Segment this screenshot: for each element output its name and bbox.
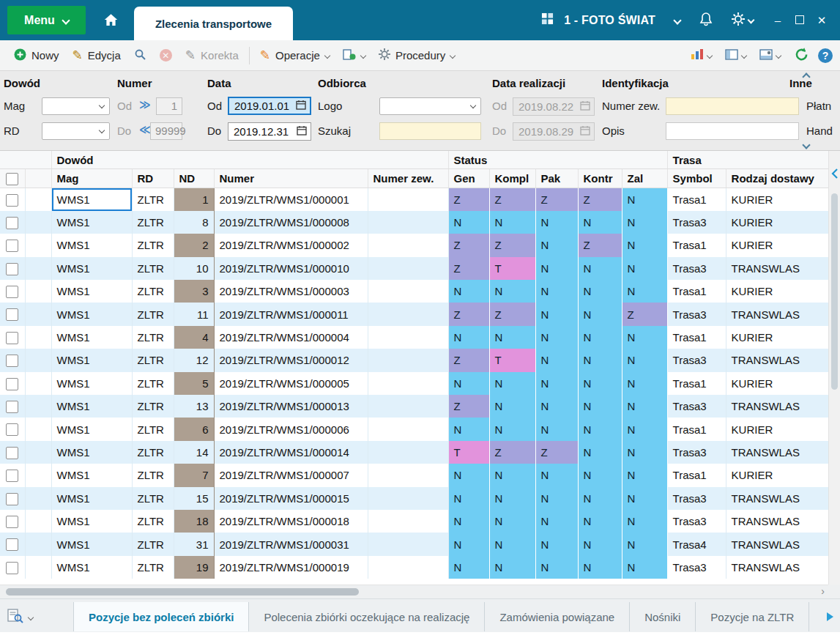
cell-numer-zew-[interactable]: [368, 372, 448, 395]
table-row[interactable]: WMS1ZLTR72019/ZLTR/WMS1/000007NNNNNTrasa…: [0, 464, 828, 486]
cell-kompl[interactable]: N: [489, 510, 535, 533]
cell-zal[interactable]: N: [622, 326, 667, 349]
cell-rodzaj-dostawy[interactable]: KURIER: [726, 280, 828, 303]
cell-gen[interactable]: Z: [448, 395, 489, 418]
cell-rodzaj-dostawy[interactable]: TRANSWLAS: [726, 510, 828, 533]
horizontal-scrollbar[interactable]: ›: [0, 585, 828, 598]
bottom-tab-3[interactable]: Zamówienia powiązane: [485, 602, 630, 631]
search-button[interactable]: [127, 45, 153, 67]
cell-zal[interactable]: N: [622, 234, 667, 256]
cell-kompl[interactable]: T: [489, 257, 535, 280]
row-checkbox-cell[interactable]: [0, 326, 25, 349]
cell-nd[interactable]: 13: [174, 395, 214, 418]
cell-numer-zew-[interactable]: [368, 303, 448, 325]
row-checkbox-cell[interactable]: [0, 464, 25, 486]
cell-rodzaj-dostawy[interactable]: KURIER: [726, 372, 828, 395]
table-row[interactable]: WMS1ZLTR62019/ZLTR/WMS1/000006NNNNNTrasa…: [0, 418, 828, 440]
row-checkbox-cell[interactable]: [0, 349, 25, 371]
cell-gen[interactable]: N: [448, 464, 489, 486]
cell-symbol[interactable]: Trasa1: [667, 372, 726, 395]
cell-rd[interactable]: ZLTR: [132, 464, 174, 486]
cell-numer[interactable]: 2019/ZLTR/WMS1/000003: [214, 280, 368, 303]
cell-zal[interactable]: N: [622, 257, 667, 280]
cell-rodzaj-dostawy[interactable]: TRANSWLAS: [726, 533, 828, 555]
row-checkbox[interactable]: [6, 308, 18, 321]
cell-symbol[interactable]: Trasa1: [667, 188, 726, 211]
cell-gen[interactable]: N: [448, 533, 489, 555]
cell-gen[interactable]: N: [448, 556, 489, 579]
table-row[interactable]: WMS1ZLTR132019/ZLTR/WMS1/000013ZNNNNTras…: [0, 395, 828, 418]
cell-rd[interactable]: ZLTR: [132, 556, 174, 579]
col-numer-zew[interactable]: Numer zew.: [368, 169, 448, 188]
data-do-input[interactable]: 2019.12.31: [228, 122, 311, 141]
procedures-button[interactable]: Procedury: [372, 45, 461, 67]
cell-numer-zew-[interactable]: [368, 487, 448, 510]
cell-numer[interactable]: 2019/ZLTR/WMS1/000018: [214, 510, 368, 533]
cell-kontr[interactable]: N: [578, 326, 622, 349]
close-button[interactable]: ✕: [811, 14, 833, 27]
cell-rd[interactable]: ZLTR: [132, 280, 174, 303]
cell-rd[interactable]: ZLTR: [132, 395, 174, 418]
col-pak[interactable]: Pak: [535, 169, 578, 188]
cell-mag[interactable]: WMS1: [51, 441, 132, 464]
mag-select[interactable]: [42, 97, 110, 115]
cell-kontr[interactable]: N: [578, 464, 622, 486]
cell-symbol[interactable]: Trasa1: [667, 280, 726, 303]
cell-rd[interactable]: ZLTR: [132, 303, 174, 325]
cell-pak[interactable]: N: [535, 303, 578, 325]
cell-pak[interactable]: N: [535, 487, 578, 510]
numer-do-input[interactable]: 99999: [150, 122, 182, 140]
greater-equal-icon[interactable]: ≫: [139, 98, 151, 111]
cell-symbol[interactable]: Trasa3: [667, 510, 726, 533]
row-checkbox[interactable]: [6, 263, 18, 275]
cell-pak[interactable]: N: [535, 326, 578, 349]
cell-numer-zew-[interactable]: [368, 188, 448, 211]
cell-mag[interactable]: WMS1: [51, 372, 132, 395]
cell-numer[interactable]: 2019/ZLTR/WMS1/000019: [214, 556, 368, 579]
cell-pak[interactable]: N: [535, 533, 578, 555]
cell-symbol[interactable]: Trasa3: [667, 257, 726, 280]
row-checkbox[interactable]: [6, 286, 18, 298]
cell-symbol[interactable]: Trasa1: [667, 464, 726, 486]
operations-button[interactable]: ✎ Operacje: [253, 45, 336, 67]
cell-pak[interactable]: N: [535, 372, 578, 395]
vertical-scroll-thumb[interactable]: [831, 193, 838, 390]
cell-symbol[interactable]: Trasa3: [667, 395, 726, 418]
cell-numer-zew-[interactable]: [368, 349, 448, 371]
row-checkbox-cell[interactable]: [0, 487, 25, 510]
cell-kompl[interactable]: N: [489, 372, 535, 395]
table-row[interactable]: WMS1ZLTR22019/ZLTR/WMS1/000002ZZNZNTrasa…: [0, 234, 828, 256]
cell-nd[interactable]: 4: [174, 326, 214, 349]
cell-gen[interactable]: Z: [448, 349, 489, 371]
cell-kompl[interactable]: N: [489, 418, 535, 440]
cell-numer-zew-[interactable]: [368, 510, 448, 533]
row-checkbox[interactable]: [6, 217, 18, 229]
cell-zal[interactable]: N: [622, 418, 667, 440]
cell-rodzaj-dostawy[interactable]: TRANSWLAS: [726, 257, 828, 280]
cell-numer[interactable]: 2019/ZLTR/WMS1/000007: [214, 464, 368, 486]
row-checkbox[interactable]: [6, 378, 18, 390]
settings-button[interactable]: [732, 12, 754, 29]
refresh-button[interactable]: [789, 45, 814, 67]
col-nd[interactable]: ND: [174, 169, 214, 188]
cell-kompl[interactable]: T: [489, 349, 535, 371]
cell-mag[interactable]: WMS1: [51, 349, 132, 371]
row-checkbox[interactable]: [6, 470, 18, 482]
cell-rd[interactable]: ZLTR: [132, 418, 174, 440]
cell-numer[interactable]: 2019/ZLTR/WMS1/000004: [214, 326, 368, 349]
cell-kompl[interactable]: N: [489, 395, 535, 418]
cell-gen[interactable]: N: [448, 326, 489, 349]
bottom-tab-5[interactable]: Pozycje na ZLTR: [696, 602, 809, 631]
cell-pak[interactable]: N: [535, 395, 578, 418]
cell-pak[interactable]: N: [535, 280, 578, 303]
cell-numer[interactable]: 2019/ZLTR/WMS1/000012: [214, 349, 368, 371]
company-dropdown[interactable]: [674, 18, 680, 23]
table-row[interactable]: WMS1ZLTR142019/ZLTR/WMS1/000014TZZNNTras…: [0, 441, 828, 464]
cell-pak[interactable]: N: [535, 257, 578, 280]
cell-symbol[interactable]: Trasa1: [667, 418, 726, 440]
cell-zal[interactable]: N: [622, 211, 667, 234]
less-equal-icon[interactable]: ≪: [139, 123, 151, 136]
cell-nd[interactable]: 15: [174, 487, 214, 510]
cell-gen[interactable]: Z: [448, 188, 489, 211]
cell-nd[interactable]: 19: [174, 556, 214, 579]
